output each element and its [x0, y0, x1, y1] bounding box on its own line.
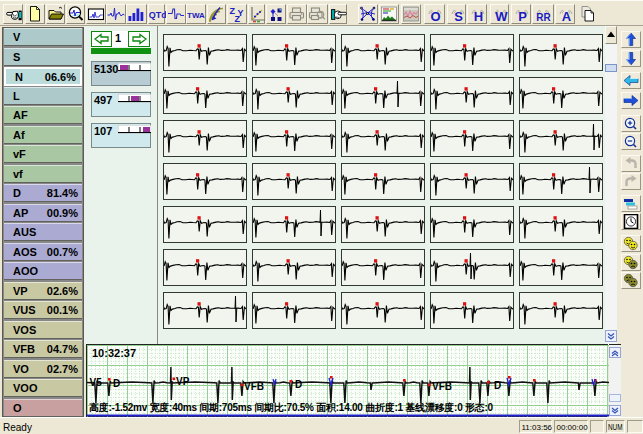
svg-text:D: D — [113, 378, 120, 389]
svg-text:Z: Z — [235, 14, 241, 23]
svg-text:TWA: TWA — [187, 11, 205, 20]
svg-text:H: H — [474, 9, 483, 24]
svg-text:VFB: VFB — [432, 381, 452, 392]
svg-text:D: D — [295, 379, 302, 390]
svg-text:D: D — [494, 380, 501, 391]
svg-text:A: A — [562, 9, 572, 24]
svg-text:V5: V5 — [90, 377, 103, 388]
svg-text:RR: RR — [536, 12, 551, 23]
svg-text:O: O — [431, 9, 441, 24]
svg-text:10:32:37: 10:32:37 — [92, 347, 136, 359]
svg-text:W: W — [495, 9, 508, 24]
svg-text:P: P — [518, 9, 527, 24]
svg-text:VP: VP — [176, 376, 190, 387]
svg-text:S: S — [454, 9, 463, 24]
svg-text:QTd: QTd — [149, 10, 167, 20]
svg-text:VFB: VFB — [244, 381, 264, 392]
